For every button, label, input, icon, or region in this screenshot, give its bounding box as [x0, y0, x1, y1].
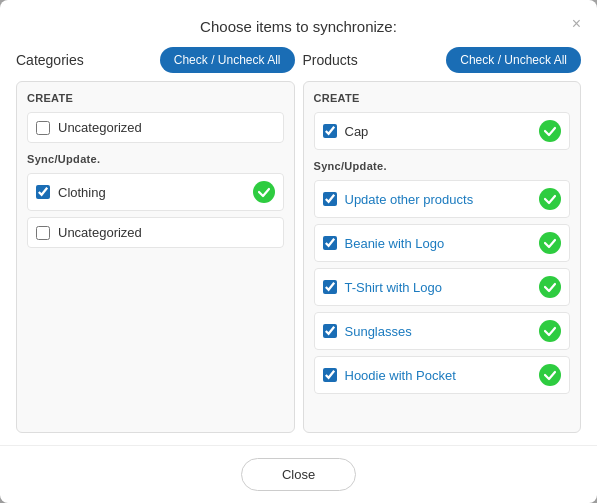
- svg-point-3: [539, 232, 561, 254]
- close-button[interactable]: Close: [241, 458, 356, 491]
- hoodie-with-pocket-checkbox[interactable]: [323, 368, 337, 382]
- products-sync-label: Sync/Update.: [314, 160, 571, 172]
- modal-body: Categories Check / Uncheck All CREATE Un…: [0, 43, 597, 445]
- modal-title: Choose items to synchronize:: [200, 18, 397, 35]
- products-title: Products: [303, 52, 358, 68]
- svg-point-4: [539, 276, 561, 298]
- list-item: Uncategorized: [27, 217, 284, 248]
- list-item: Sunglasses: [314, 312, 571, 350]
- list-item: Update other products: [314, 180, 571, 218]
- categories-title: Categories: [16, 52, 84, 68]
- svg-point-1: [539, 120, 561, 142]
- list-item: Hoodie with Pocket: [314, 356, 571, 394]
- tshirt-with-logo-checkbox[interactable]: [323, 280, 337, 294]
- green-check-icon: [539, 320, 561, 342]
- svg-point-6: [539, 364, 561, 386]
- item-label: Clothing: [58, 185, 245, 200]
- item-label: Cap: [345, 124, 532, 139]
- modal-footer: Close: [0, 445, 597, 503]
- categories-panel: Categories Check / Uncheck All CREATE Un…: [16, 47, 295, 433]
- item-label: Beanie with Logo: [345, 236, 532, 251]
- categories-content: CREATE Uncategorized Sync/Update. Clothi…: [16, 81, 295, 433]
- green-check-icon: [539, 232, 561, 254]
- list-item: Uncategorized: [27, 112, 284, 143]
- item-label: Hoodie with Pocket: [345, 368, 532, 383]
- categories-header: Categories Check / Uncheck All: [16, 47, 295, 73]
- item-label: Update other products: [345, 192, 532, 207]
- close-icon: ×: [572, 15, 581, 32]
- products-header: Products Check / Uncheck All: [303, 47, 582, 73]
- categories-check-uncheck-button[interactable]: Check / Uncheck All: [160, 47, 295, 73]
- green-check-icon: [539, 120, 561, 142]
- categories-sync-section: Sync/Update. Clothing Uncategorized: [27, 153, 284, 248]
- uncategorized-create-checkbox[interactable]: [36, 121, 50, 135]
- item-label: Uncategorized: [58, 225, 275, 240]
- categories-create-label: CREATE: [27, 92, 284, 104]
- modal-overlay: Choose items to synchronize: × Categorie…: [0, 0, 597, 503]
- modal-dialog: Choose items to synchronize: × Categorie…: [0, 0, 597, 503]
- beanie-with-logo-checkbox[interactable]: [323, 236, 337, 250]
- clothing-checkbox[interactable]: [36, 185, 50, 199]
- modal-header: Choose items to synchronize: ×: [0, 0, 597, 43]
- close-icon-button[interactable]: ×: [572, 16, 581, 32]
- svg-point-0: [253, 181, 275, 203]
- list-item: Beanie with Logo: [314, 224, 571, 262]
- list-item: Cap: [314, 112, 571, 150]
- uncategorized-sync-checkbox[interactable]: [36, 226, 50, 240]
- list-item: Clothing: [27, 173, 284, 211]
- categories-sync-label: Sync/Update.: [27, 153, 284, 165]
- products-check-uncheck-button[interactable]: Check / Uncheck All: [446, 47, 581, 73]
- item-label: Sunglasses: [345, 324, 532, 339]
- products-content: CREATE Cap Sync/Update. Update: [303, 81, 582, 433]
- green-check-icon: [253, 181, 275, 203]
- item-label: Uncategorized: [58, 120, 275, 135]
- update-other-products-checkbox[interactable]: [323, 192, 337, 206]
- products-panel: Products Check / Uncheck All CREATE Cap: [303, 47, 582, 433]
- svg-point-2: [539, 188, 561, 210]
- list-item: T-Shirt with Logo: [314, 268, 571, 306]
- green-check-icon: [539, 364, 561, 386]
- sunglasses-checkbox[interactable]: [323, 324, 337, 338]
- item-label: T-Shirt with Logo: [345, 280, 532, 295]
- green-check-icon: [539, 276, 561, 298]
- svg-point-5: [539, 320, 561, 342]
- green-check-icon: [539, 188, 561, 210]
- cap-checkbox[interactable]: [323, 124, 337, 138]
- products-create-label: CREATE: [314, 92, 571, 104]
- products-sync-section: Sync/Update. Update other products Be: [314, 160, 571, 394]
